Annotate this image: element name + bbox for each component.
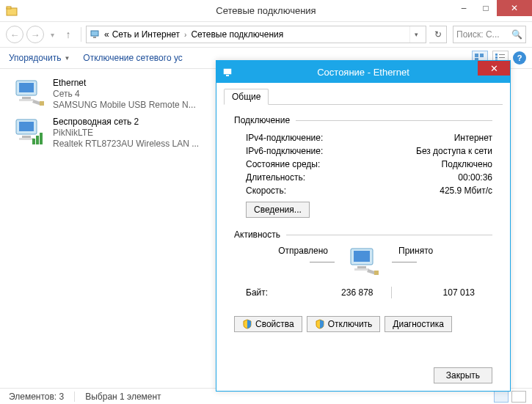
disable-label: Отключить <box>328 319 373 329</box>
bytes-recv: 107 013 <box>392 287 481 298</box>
address-dropdown[interactable]: ▾ <box>409 26 423 43</box>
breadcrumb-prefix: « <box>104 29 109 40</box>
separator <box>74 392 75 402</box>
svg-rect-22 <box>32 139 35 144</box>
speed-label: Скорость: <box>246 186 286 196</box>
group-connection: Подключение IPv4-подключение: Интернет I… <box>234 115 492 218</box>
ethernet-icon <box>12 78 47 107</box>
window-title: Сетевые подключения <box>216 5 316 16</box>
shield-icon <box>242 319 252 329</box>
selection-count: Выбран 1 элемент <box>85 392 161 402</box>
svg-rect-1 <box>7 7 11 9</box>
connection-status: Сеть 4 <box>53 89 196 100</box>
disable-button[interactable]: Отключить <box>307 316 381 332</box>
svg-rect-20 <box>22 136 31 138</box>
bytes-label: Байт: <box>246 287 290 298</box>
search-placeholder: Поиск: С... <box>456 29 509 40</box>
tab-general[interactable]: Общие <box>224 89 269 105</box>
separator <box>81 27 81 42</box>
svg-rect-15 <box>22 97 31 99</box>
properties-button[interactable]: Свойства <box>234 316 302 332</box>
svg-rect-25 <box>224 69 231 74</box>
connection-status: PikNikLTE <box>53 128 199 139</box>
view-mode-details[interactable] <box>494 391 509 403</box>
svg-rect-17 <box>40 101 44 106</box>
group-activity: Активность Отправлено Принято Байт: <box>234 229 492 298</box>
refresh-button[interactable]: ↻ <box>429 26 447 43</box>
svg-rect-7 <box>495 54 498 56</box>
svg-rect-28 <box>354 251 370 262</box>
group-connection-label: Подключение <box>234 115 290 125</box>
svg-rect-3 <box>93 37 96 38</box>
connection-device: SAMSUNG Mobile USB Remote N... <box>53 100 196 111</box>
row-duration: Длительность: 00:00:36 <box>234 171 492 184</box>
connection-item-wireless[interactable]: Беспроводная сеть 2 PikNikLTE Realtek RT… <box>9 114 229 153</box>
connection-item-ethernet[interactable]: Ethernet Сеть 4 SAMSUNG Mobile USB Remot… <box>9 75 229 114</box>
svg-rect-9 <box>495 56 498 59</box>
close-button[interactable]: Закрыть <box>434 367 492 383</box>
button-row: Свойства Отключить Диагностика <box>234 306 492 332</box>
main-titlebar: Сетевые подключения – □ ✕ <box>0 0 532 22</box>
svg-rect-31 <box>374 271 379 275</box>
breadcrumb-1[interactable]: Сеть и Интернет <box>112 29 180 40</box>
connection-device: Realtek RTL8723AU Wireless LAN ... <box>53 139 199 150</box>
dialog-close-button[interactable]: ✕ <box>478 61 510 76</box>
up-button[interactable]: ↑ <box>60 26 76 43</box>
forward-button[interactable]: → <box>26 26 44 43</box>
search-input[interactable]: Поиск: С... 🔍 <box>453 26 526 43</box>
bytes-row: Байт: 236 878 107 013 <box>234 281 492 298</box>
back-button[interactable]: ← <box>6 26 23 43</box>
search-icon: 🔍 <box>511 29 522 40</box>
row-speed: Скорость: 425.9 Мбит/с <box>234 184 492 197</box>
svg-rect-4 <box>475 54 478 57</box>
breadcrumb-arrow: › <box>183 31 188 39</box>
svg-rect-14 <box>19 83 34 92</box>
breadcrumb-2[interactable]: Сетевые подключения <box>191 29 283 40</box>
duration-label: Длительность: <box>246 172 305 183</box>
svg-rect-2 <box>91 31 98 36</box>
speed-value: 425.9 Мбит/с <box>440 186 492 196</box>
connection-name: Ethernet <box>53 78 196 89</box>
navbar: ← → ▾ ↑ « Сеть и Интернет › Сетевые подк… <box>0 22 532 47</box>
wireless-icon <box>12 117 47 146</box>
recv-label: Принято <box>385 246 481 256</box>
address-bar[interactable]: « Сеть и Интернет › Сетевые подключения … <box>86 26 426 43</box>
tab-strip: Общие <box>224 89 503 105</box>
svg-rect-16 <box>19 99 34 101</box>
details-button[interactable]: Сведения... <box>246 202 310 218</box>
help-button[interactable]: ? <box>513 51 526 65</box>
properties-label: Свойства <box>255 319 294 329</box>
dialog-footer: Закрыть <box>224 360 503 383</box>
folder-icon <box>6 5 18 17</box>
view-mode-large[interactable] <box>511 391 526 403</box>
dialog-title: Состояние - Ethernet <box>317 67 409 78</box>
svg-rect-5 <box>480 54 484 57</box>
close-button[interactable]: ✕ <box>497 0 532 16</box>
network-adapter-icon <box>222 66 234 78</box>
organize-label: Упорядочить <box>9 53 61 63</box>
row-media: Состояние среды: Подключено <box>234 158 492 171</box>
disable-device-button[interactable]: Отключение сетевого ус <box>83 53 182 63</box>
ipv4-label: IPv4-подключение: <box>246 133 323 143</box>
row-ipv6: IPv6-подключение: Без доступа к сети <box>234 144 492 158</box>
sent-label: Отправлено <box>246 246 341 256</box>
maximize-button[interactable]: □ <box>475 0 497 16</box>
svg-rect-29 <box>357 266 366 268</box>
history-dropdown[interactable]: ▾ <box>47 31 57 39</box>
svg-rect-21 <box>19 138 34 140</box>
shield-icon <box>315 319 325 329</box>
item-count: Элементов: 3 <box>9 392 64 402</box>
activity-computer-icon <box>345 247 382 276</box>
ipv6-label: IPv6-подключение: <box>246 146 323 156</box>
organize-menu[interactable]: Упорядочить ▼ <box>9 53 70 63</box>
ipv4-value: Интернет <box>454 133 492 143</box>
duration-value: 00:00:36 <box>458 172 492 183</box>
svg-rect-10 <box>499 57 505 58</box>
connection-name: Беспроводная сеть 2 <box>53 117 199 128</box>
dialog-titlebar[interactable]: Состояние - Ethernet ✕ <box>216 61 510 83</box>
diagnostics-button[interactable]: Диагностика <box>385 316 452 332</box>
bytes-sent: 236 878 <box>290 287 391 298</box>
svg-rect-23 <box>36 136 39 144</box>
minimize-button[interactable]: – <box>453 0 475 16</box>
row-ipv4: IPv4-подключение: Интернет <box>234 131 492 144</box>
